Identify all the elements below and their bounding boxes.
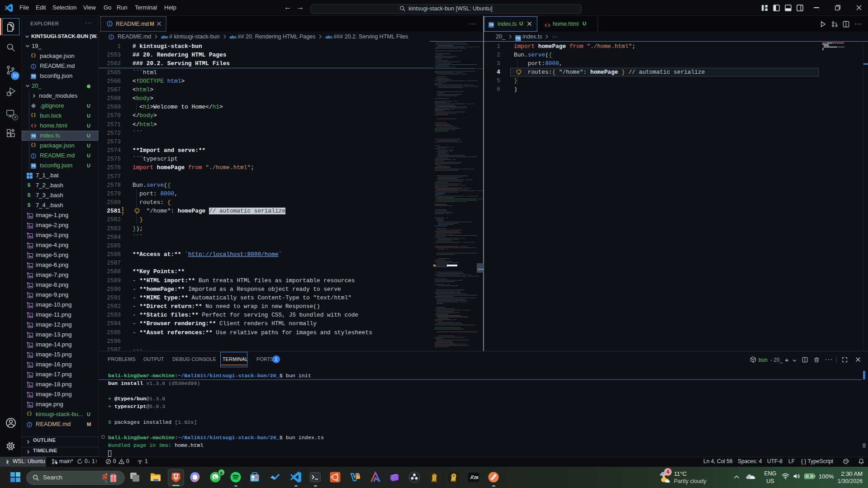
svg-text:25: 25 (473, 475, 479, 480)
